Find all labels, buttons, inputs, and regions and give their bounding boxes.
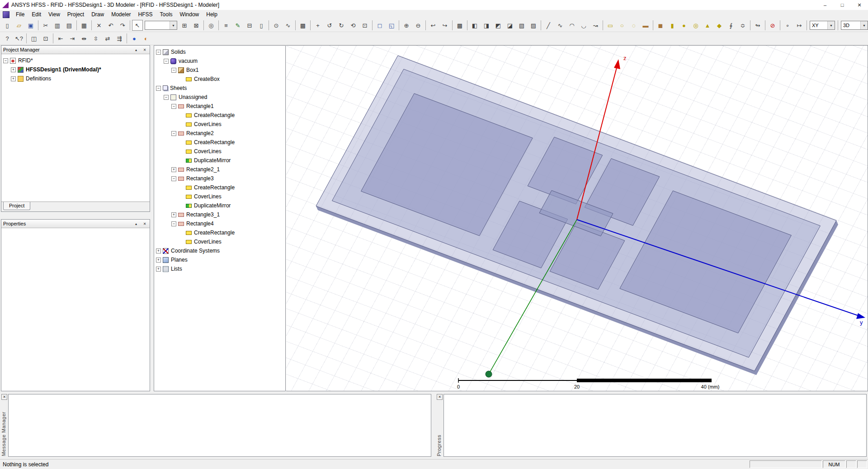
- snapshot-button[interactable]: ▩: [454, 20, 465, 31]
- draw-helix-button[interactable]: ∮: [726, 20, 736, 31]
- report-button[interactable]: ▯: [256, 20, 267, 31]
- maximize-button[interactable]: □: [834, 0, 851, 10]
- orient-back-button[interactable]: ▨: [528, 20, 539, 31]
- context-help-button[interactable]: ↖?: [14, 33, 24, 44]
- draw-box-button[interactable]: ◼: [655, 20, 666, 31]
- draw-rectangle-button[interactable]: ▭: [605, 20, 616, 31]
- tree-item-duplicatemirror[interactable]: DuplicateMirror: [154, 201, 285, 210]
- draw-cone-button[interactable]: ▲: [702, 20, 713, 31]
- collapse-icon[interactable]: −: [171, 131, 176, 136]
- collapse-icon[interactable]: −: [171, 68, 176, 73]
- tree-item-unassigned[interactable]: −Unassigned: [154, 93, 285, 102]
- menu-window[interactable]: Window: [176, 10, 203, 19]
- orient-bottom-button[interactable]: ◨: [481, 20, 492, 31]
- tree-item-coverlines[interactable]: CoverLines: [154, 147, 285, 156]
- collapse-icon[interactable]: −: [156, 86, 161, 91]
- draw-ellipse-button[interactable]: ◌: [628, 20, 639, 31]
- drawing-plane-combo[interactable]: XY▼: [810, 21, 835, 30]
- draw-arc-center-button[interactable]: ◠: [566, 20, 577, 31]
- draw-spiral-button[interactable]: ≎: [737, 20, 748, 31]
- collapse-icon[interactable]: −: [164, 95, 169, 100]
- snap-grid-button[interactable]: ⊞: [179, 20, 190, 31]
- close-button[interactable]: ✕: [851, 0, 868, 10]
- cut-button[interactable]: ✂: [40, 20, 51, 31]
- view-redo-button[interactable]: ↪: [439, 20, 450, 31]
- snap-vertex-button[interactable]: ⊠: [191, 20, 202, 31]
- collapse-icon[interactable]: −: [171, 221, 176, 226]
- tree-item-hfssdesign1-drivenmodal-[interactable]: +HFSSDesign1 (DrivenModal)*: [1, 65, 150, 74]
- paste-button[interactable]: ▤: [64, 20, 75, 31]
- save-button[interactable]: ▣: [25, 20, 36, 31]
- draw-equation-curve-button[interactable]: ↝: [590, 20, 601, 31]
- tree-item-coverlines[interactable]: CoverLines: [154, 237, 285, 246]
- dropdown-arrow-icon[interactable]: ▼: [860, 21, 868, 29]
- tree-item-rectangle3-1[interactable]: +Rectangle3_1: [154, 210, 285, 219]
- tree-item-planes[interactable]: +Planes: [154, 255, 285, 264]
- draw-cylinder-button[interactable]: ▮: [667, 20, 678, 31]
- draw-sphere-button[interactable]: ●: [679, 20, 689, 31]
- menu-hfss[interactable]: HFSS: [135, 10, 156, 19]
- delete-button[interactable]: ✕: [94, 20, 104, 31]
- tree-item-createrectangle[interactable]: CreateRectangle: [154, 183, 285, 192]
- draw-plane-button[interactable]: ↦: [794, 20, 805, 31]
- panel-collapse-icon[interactable]: ▴: [133, 221, 139, 227]
- rotate-model-button[interactable]: ↺: [324, 20, 335, 31]
- tree-item-createbox[interactable]: CreateBox: [154, 75, 285, 84]
- zoom-out-button[interactable]: ⊖: [413, 20, 424, 31]
- copy-button[interactable]: ▥: [52, 20, 63, 31]
- solve-setup-button[interactable]: ●: [129, 33, 140, 44]
- 3d-model-canvas[interactable]: z y 0 20 40 (mm): [286, 46, 867, 391]
- viewport-3d[interactable]: z y 0 20 40 (mm): [286, 45, 868, 391]
- expand-icon[interactable]: +: [156, 249, 161, 253]
- collapse-icon[interactable]: −: [171, 104, 176, 109]
- tree-item-rfid-[interactable]: −RFID*: [1, 56, 150, 65]
- copy-view-button[interactable]: ▩: [297, 20, 308, 31]
- arrange-button[interactable]: ⇶: [114, 33, 125, 44]
- collapse-icon[interactable]: −: [164, 59, 169, 64]
- rotate-view-button[interactable]: ↻: [336, 20, 347, 31]
- menu-edit[interactable]: Edit: [28, 10, 45, 19]
- menu-tools[interactable]: Tools: [156, 10, 176, 19]
- plot-fields-button[interactable]: ∿: [283, 20, 293, 31]
- draw-arc-3pt-button[interactable]: ◡: [578, 20, 589, 31]
- show-window-1-button[interactable]: ◫: [28, 33, 39, 44]
- orient-front-button[interactable]: ▧: [516, 20, 527, 31]
- measure-button[interactable]: ◎: [206, 20, 217, 31]
- collapse-icon[interactable]: −: [3, 58, 8, 63]
- menu-project[interactable]: Project: [64, 10, 88, 19]
- expand-icon[interactable]: +: [11, 76, 16, 81]
- show-window-2-button[interactable]: ⊡: [40, 33, 51, 44]
- print-preview-button[interactable]: ⊟: [244, 20, 255, 31]
- orient-right-button[interactable]: ◪: [505, 20, 515, 31]
- expand-icon[interactable]: +: [156, 267, 161, 272]
- search-button[interactable]: ⊙: [271, 20, 282, 31]
- optimetrics-button[interactable]: ◐: [141, 33, 151, 44]
- tree-item-coverlines[interactable]: CoverLines: [154, 120, 285, 129]
- undo-button[interactable]: ↶: [105, 20, 116, 31]
- menu-file[interactable]: File: [12, 10, 28, 19]
- tree-item-rectangle2[interactable]: −Rectangle2: [154, 129, 285, 138]
- tree-item-coverlines[interactable]: CoverLines: [154, 192, 285, 201]
- collapse-icon[interactable]: −: [156, 50, 161, 55]
- menu-modeler[interactable]: Modeler: [108, 10, 134, 19]
- align-left-button[interactable]: ⇤: [55, 33, 66, 44]
- select-mode-button[interactable]: ↖: [132, 20, 143, 31]
- draw-torus-button[interactable]: ◎: [690, 20, 701, 31]
- dock-close-icon[interactable]: ✕: [437, 394, 443, 400]
- sweep-button[interactable]: ↬: [752, 20, 763, 31]
- tree-item-rectangle3[interactable]: −Rectangle3: [154, 174, 285, 183]
- tab-project[interactable]: Project: [3, 202, 30, 210]
- tree-item-rectangle1[interactable]: −Rectangle1: [154, 102, 285, 111]
- whats-this-button[interactable]: ?: [2, 33, 13, 44]
- tree-item-createrectangle[interactable]: CreateRectangle: [154, 138, 285, 147]
- view-undo-button[interactable]: ↩: [428, 20, 439, 31]
- fit-selection-button[interactable]: ◱: [386, 20, 397, 31]
- minimize-button[interactable]: –: [816, 0, 834, 10]
- tree-item-createrectangle[interactable]: CreateRectangle: [154, 111, 285, 120]
- expand-icon[interactable]: +: [11, 67, 16, 72]
- draw-circle-button[interactable]: ○: [617, 20, 627, 31]
- collapse-icon[interactable]: −: [171, 176, 176, 181]
- panel-close-icon[interactable]: ✕: [142, 47, 148, 53]
- expand-icon[interactable]: +: [156, 258, 161, 263]
- tree-item-sheets[interactable]: −Sheets: [154, 84, 285, 93]
